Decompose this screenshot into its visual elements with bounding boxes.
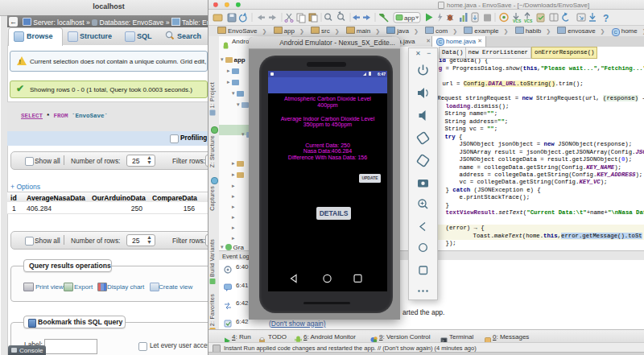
svg-text:VCS: VCS [524,19,533,23]
svg-text:?: ? [603,13,609,24]
svg-text:VCS: VCS [513,19,522,23]
svg-text:app: app [404,14,415,22]
